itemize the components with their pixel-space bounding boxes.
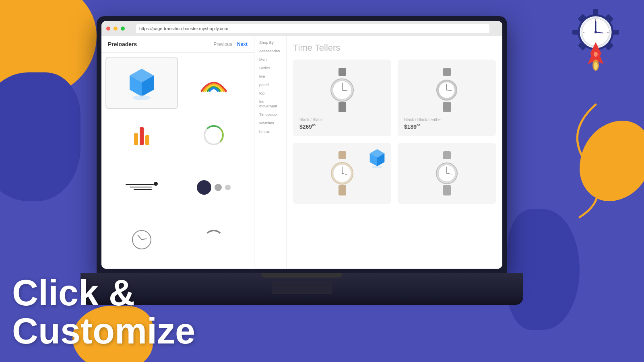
svg-point-49 <box>372 166 383 168</box>
svg-point-13 <box>594 31 597 33</box>
shopify-sidebar: Shop By Accessories Men Series live pane… <box>254 36 287 269</box>
preloader-item-rainbow[interactable] <box>178 57 250 109</box>
sidebar-item-hmms[interactable]: hmms <box>259 129 281 134</box>
sidebar-item-watches[interactable]: Watches <box>259 121 281 125</box>
browser-url: https://page-transition-booster.myshopif… <box>139 26 228 31</box>
svg-rect-50 <box>443 151 451 159</box>
preloader-item-arc[interactable] <box>178 214 250 266</box>
nav-previous-button[interactable]: Previous <box>213 41 232 47</box>
preloader-item-clock[interactable] <box>105 214 178 266</box>
product-variant-1: Black / Black <box>299 117 385 122</box>
product-info-2: Black / Black Leather $18900 <box>404 114 489 130</box>
svg-rect-34 <box>443 68 451 76</box>
product-info-1: Black / Black $26900 <box>299 114 385 130</box>
svg-point-21 <box>594 52 598 57</box>
screen-inner: https://page-transition-booster.myshopif… <box>101 21 502 269</box>
speed-line-1 <box>126 184 154 185</box>
product-card-2[interactable]: Black / Black Leather $18900 <box>398 60 496 136</box>
shopify-panel: Shop By Accessories Men Series live pane… <box>254 36 502 269</box>
preloader-item-dots[interactable] <box>178 161 250 214</box>
sidebar-item-accessories[interactable]: Accessories <box>259 49 281 53</box>
product-variant-2: Black / Black Leather <box>404 117 489 122</box>
speed-line-2 <box>130 187 152 187</box>
svg-rect-55 <box>443 185 451 195</box>
bg-wave-line <box>523 101 612 221</box>
sidebar-item-top[interactable]: top <box>259 91 281 95</box>
svg-rect-28 <box>339 68 346 76</box>
svg-rect-39 <box>443 102 451 112</box>
preloader-item-cube[interactable] <box>105 57 178 109</box>
laptop-trackpad[interactable] <box>272 282 332 294</box>
speed-loader <box>126 183 158 191</box>
screen-content: Preloaders Previous Next <box>101 36 502 269</box>
preloader-item-speed[interactable] <box>105 161 178 214</box>
svg-point-27 <box>133 95 151 100</box>
shopify-section-title: Time Tellers <box>293 43 496 53</box>
preloaders-header: Preloaders Previous Next <box>101 36 254 53</box>
sidebar-item-shop-by[interactable]: Shop By <box>259 40 281 45</box>
browser-bar: https://page-transition-booster.myshopif… <box>101 21 502 36</box>
dot-sm <box>225 185 231 190</box>
bar1 <box>134 133 138 145</box>
speed-line-3 <box>134 189 152 190</box>
browser-dot-red[interactable] <box>106 27 110 31</box>
shopify-main: Time Tellers <box>287 36 502 269</box>
browser-dot-yellow[interactable] <box>114 27 118 31</box>
sidebar-item-series[interactable]: Series <box>259 66 281 70</box>
circular-spinner <box>204 125 224 145</box>
clock-hand-hour <box>137 235 142 240</box>
product-price-1: $26900 <box>299 123 385 130</box>
sidebar-item-men[interactable]: Men <box>259 57 281 62</box>
headline-line1: Click & <box>12 274 195 312</box>
browser-address-bar[interactable]: https://page-transition-booster.myshopif… <box>136 24 489 33</box>
dots-loader <box>197 180 231 195</box>
dot-med <box>215 184 222 191</box>
svg-rect-40 <box>339 151 346 159</box>
dot-big <box>197 180 211 195</box>
product-image-1 <box>299 66 385 114</box>
preloaders-grid <box>101 53 254 269</box>
bg-blob-blue-left <box>0 72 80 201</box>
rocket-icon <box>584 40 608 72</box>
arc-loader <box>204 230 224 250</box>
browser-dot-green[interactable] <box>121 27 125 31</box>
preloaders-title: Preloaders <box>108 41 137 47</box>
nav-buttons: Previous Next <box>213 41 248 47</box>
clock-hand-min <box>142 238 147 240</box>
product-card-3[interactable] <box>293 143 391 204</box>
clock-loader <box>132 230 151 249</box>
svg-rect-33 <box>339 102 346 112</box>
nav-next-button[interactable]: Next <box>237 41 248 47</box>
bars-loader <box>134 125 149 145</box>
sidebar-item-live[interactable]: live <box>259 74 281 78</box>
preloaders-panel: Preloaders Previous Next <box>101 36 254 269</box>
bar3 <box>145 135 149 145</box>
preloader-item-circular[interactable] <box>178 109 250 161</box>
product-card-1[interactable]: Black / Black $26900 <box>293 60 391 136</box>
laptop-screen: https://page-transition-booster.myshopif… <box>97 16 507 274</box>
svg-point-23 <box>594 62 598 70</box>
product-grid: Black / Black $26900 <box>293 60 496 204</box>
product-image-2 <box>404 66 489 114</box>
sidebar-item-panel[interactable]: panel <box>259 82 281 87</box>
sidebar-item-movement[interactable]: les movement <box>259 99 281 108</box>
bar2 <box>140 127 144 145</box>
headline-line2: Customize <box>12 312 195 350</box>
laptop-hinge <box>262 273 342 278</box>
sidebar-item-timepiece[interactable]: Timepiece <box>259 112 281 117</box>
headline-text: Click & Customize <box>12 274 195 350</box>
product-image-4 <box>404 149 489 197</box>
speed-dot <box>154 182 158 186</box>
svg-rect-45 <box>339 185 346 195</box>
product-price-2: $18900 <box>404 123 489 130</box>
cube-overlay <box>367 147 387 171</box>
preloader-item-bars[interactable] <box>105 109 178 161</box>
product-card-4[interactable] <box>398 143 496 204</box>
